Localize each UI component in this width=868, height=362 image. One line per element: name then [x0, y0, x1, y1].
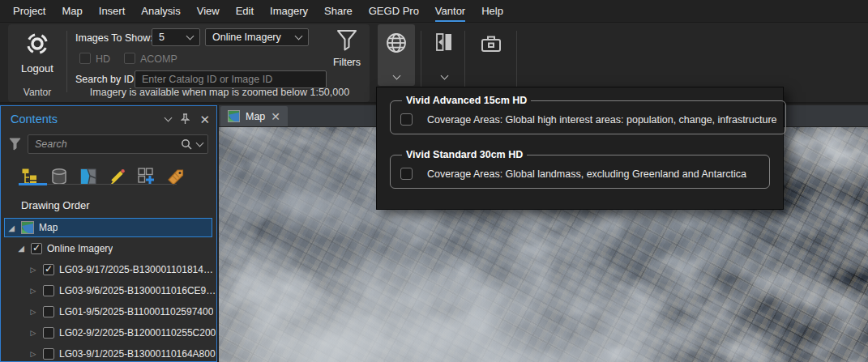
- vivid-standard-checkbox[interactable]: [400, 168, 413, 180]
- contents-panel: Contents ✕: [0, 105, 217, 362]
- swipe-icon: [434, 31, 455, 53]
- images-to-show-label: Images To Show:: [75, 32, 153, 44]
- menu-bar: Project Map Insert Analysis View Edit Im…: [0, 0, 868, 23]
- active-tab-indicator: [19, 183, 47, 185]
- map-view-tab[interactable]: Map ✕: [220, 106, 288, 126]
- global-coverage-dropdown-panel: Vivid Advanced 15cm HD Coverage Areas: G…: [376, 87, 784, 210]
- tree-row-image[interactable]: ▷ LG01-9/5/2025-B110001102597400: [4, 301, 216, 322]
- tree-label: LG01-9/5/2025-B110001102597400: [59, 306, 213, 317]
- close-icon[interactable]: ✕: [199, 113, 210, 126]
- layer-checkbox[interactable]: [43, 306, 54, 317]
- expander-collapsed-icon[interactable]: ▷: [28, 308, 38, 316]
- contents-search-row: [1, 132, 216, 156]
- contents-search-box: [28, 134, 208, 154]
- contents-panel-title: Contents: [11, 113, 165, 126]
- swipe-dropdown-button[interactable]: [427, 24, 461, 86]
- menu-insert[interactable]: Insert: [99, 0, 126, 22]
- map-thumbnail-icon: [21, 221, 34, 234]
- toolbar-separator: [516, 31, 517, 87]
- layer-tree: ◢ Map ◢ Online Imagery: [1, 218, 216, 362]
- tree-label: LG03-9/6/2025-B1300011016CE900: [59, 285, 216, 296]
- menu-map[interactable]: Map: [62, 0, 82, 22]
- drawing-order-title: Drawing Order: [21, 199, 216, 211]
- briefcase-icon: [480, 33, 502, 54]
- menu-imagery[interactable]: Imagery: [270, 0, 308, 22]
- tree-label: LG03-9/17/2025-B130001101814C00: [59, 264, 216, 275]
- global-coverage-dropdown-button[interactable]: [378, 24, 415, 86]
- tree-label: LG02-9/2/2025-B12000110255C200: [59, 327, 216, 339]
- close-icon[interactable]: ✕: [271, 111, 280, 122]
- tree-label: Online Imagery: [47, 243, 113, 254]
- acomp-label: ACOMP: [140, 53, 177, 65]
- expander-collapsed-icon[interactable]: ▷: [28, 329, 38, 337]
- pin-icon[interactable]: [181, 113, 190, 125]
- filters-label: Filters: [333, 57, 361, 68]
- chevron-down-icon[interactable]: [165, 117, 171, 121]
- chevron-down-icon[interactable]: [196, 139, 204, 147]
- expander-collapsed-icon[interactable]: ▷: [28, 350, 38, 358]
- catalog-id-search-input[interactable]: [135, 70, 327, 88]
- expander-collapsed-icon[interactable]: ▷: [28, 266, 38, 274]
- expander-expanded-icon[interactable]: ◢: [16, 244, 26, 253]
- vivid-advanced-title: Vivid Advanced 15cm HD: [402, 95, 531, 106]
- imagery-status-caption: Imagery is available when map is zoomed …: [73, 87, 366, 98]
- filter-funnel-icon: [334, 28, 360, 55]
- vantor-logo-icon: [24, 28, 51, 57]
- layer-checkbox[interactable]: [43, 348, 54, 360]
- contents-search-input[interactable]: [35, 138, 176, 150]
- acomp-checkbox[interactable]: [124, 53, 135, 64]
- vantor-group-caption: Vantor: [8, 87, 66, 98]
- tab-baseline: [47, 184, 177, 185]
- chevron-down-icon[interactable]: [392, 72, 400, 80]
- globe-icon: [384, 31, 408, 55]
- menu-share[interactable]: Share: [324, 0, 353, 22]
- imagery-type-value: Online Imagery: [212, 32, 296, 43]
- layer-checkbox[interactable]: [43, 285, 54, 296]
- images-to-show-value: 5: [159, 32, 187, 43]
- logout-cell: Logout Vantor: [8, 24, 66, 102]
- briefcase-button[interactable]: [472, 24, 510, 86]
- tree-row-online-imagery[interactable]: ◢ Online Imagery: [4, 238, 216, 258]
- imagery-type-select[interactable]: Online Imagery: [205, 28, 309, 46]
- toolbar-separator: [464, 31, 465, 87]
- funnel-icon[interactable]: [8, 137, 22, 151]
- vivid-standard-group: Vivid Standard 30cm HD Coverage Areas: G…: [390, 149, 770, 189]
- data-source-icon: [49, 167, 69, 186]
- expander-expanded-icon[interactable]: ◢: [6, 224, 16, 232]
- chevron-down-icon: [186, 32, 195, 40]
- toolbar-separator: [421, 31, 421, 87]
- tree-row-image[interactable]: ▷ LG02-9/2/2025-B12000110255C200: [4, 322, 216, 343]
- logout-label: Logout: [21, 62, 53, 75]
- logout-button[interactable]: Logout: [13, 28, 62, 84]
- layer-checkbox[interactable]: [43, 264, 54, 275]
- vivid-advanced-group: Vivid Advanced 15cm HD Coverage Areas: G…: [390, 95, 786, 134]
- vivid-advanced-checkbox[interactable]: [400, 113, 413, 126]
- contents-tab-bar: [1, 156, 216, 192]
- menu-analysis[interactable]: Analysis: [141, 0, 180, 22]
- layer-checkbox[interactable]: [43, 327, 54, 339]
- hd-checkbox[interactable]: [79, 53, 91, 64]
- menu-help[interactable]: Help: [481, 0, 503, 22]
- group-separator: [66, 31, 67, 92]
- map-tab-label: Map: [246, 111, 265, 122]
- chevron-down-icon: [295, 32, 303, 40]
- tree-row-image[interactable]: ▷ LG03-9/1/2025-B13000110164A800: [4, 343, 216, 362]
- search-icon[interactable]: [181, 138, 192, 150]
- tree-row-map[interactable]: ◢ Map: [4, 218, 212, 237]
- tree-row-image[interactable]: ▷ LG03-9/17/2025-B130001101814C00: [4, 259, 216, 279]
- menu-gegd-pro[interactable]: GEGD Pro: [369, 0, 419, 22]
- vivid-standard-title: Vivid Standard 30cm HD: [402, 149, 527, 160]
- menu-view[interactable]: View: [197, 0, 220, 22]
- images-to-show-select[interactable]: 5: [152, 28, 200, 46]
- menu-edit[interactable]: Edit: [236, 0, 254, 22]
- search-by-id-label: Search by ID:: [75, 74, 137, 85]
- tree-row-image[interactable]: ▷ LG03-9/6/2025-B1300011016CE900: [4, 280, 216, 300]
- expander-collapsed-icon[interactable]: ▷: [28, 287, 38, 295]
- layer-checkbox[interactable]: [31, 243, 42, 254]
- chevron-down-icon[interactable]: [440, 72, 448, 80]
- edit-pencil-icon: [108, 167, 127, 186]
- menu-vantor[interactable]: Vantor: [435, 0, 465, 22]
- filters-button[interactable]: Filters: [327, 28, 367, 87]
- menu-project[interactable]: Project: [13, 0, 45, 22]
- tree-label: Map: [39, 222, 58, 233]
